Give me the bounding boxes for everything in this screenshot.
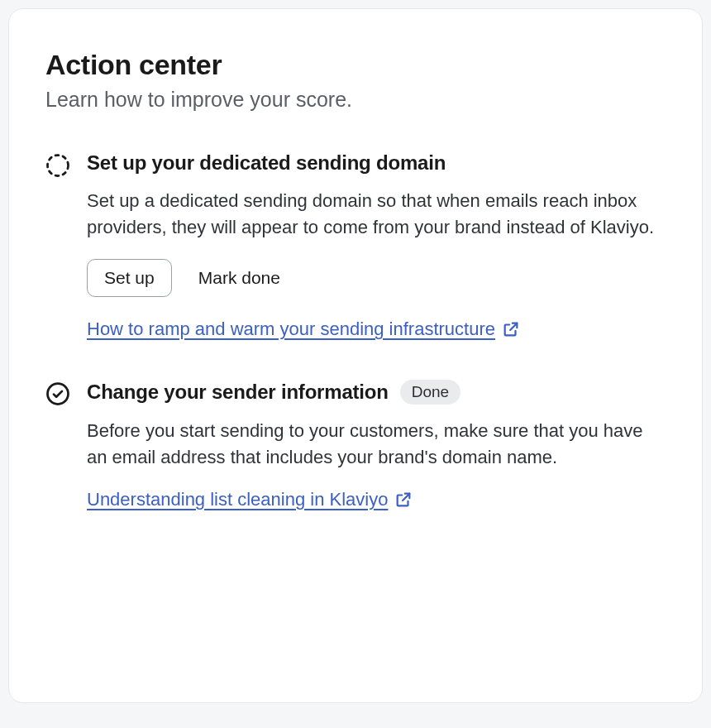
help-link-text: Understanding list cleaning in Klaviyo: [87, 489, 388, 510]
external-link-icon: [394, 491, 413, 509]
page-title: Action center: [45, 49, 666, 81]
help-link-ramp-warm[interactable]: How to ramp and warm your sending infras…: [87, 318, 520, 340]
set-up-button[interactable]: Set up: [87, 259, 172, 297]
mark-done-button[interactable]: Mark done: [195, 260, 284, 296]
page-subtitle: Learn how to improve your score.: [45, 88, 666, 112]
action-item: Set up your dedicated sending domain Set…: [45, 151, 666, 340]
action-item-body: Set up your dedicated sending domain Set…: [87, 151, 666, 340]
help-link-list-cleaning[interactable]: Understanding list cleaning in Klaviyo: [87, 489, 413, 510]
action-item-actions: Set up Mark done: [87, 259, 666, 297]
action-item-title: Change your sender information: [87, 381, 389, 404]
svg-point-0: [48, 156, 69, 176]
action-center-card: Action center Learn how to improve your …: [8, 8, 703, 703]
help-link-text: How to ramp and warm your sending infras…: [87, 318, 495, 340]
action-item-header: Set up your dedicated sending domain: [87, 151, 666, 175]
pending-icon: [45, 153, 70, 178]
action-item-description: Set up a dedicated sending domain so tha…: [87, 188, 666, 241]
action-item-description: Before you start sending to your custome…: [87, 418, 666, 471]
action-item-title: Set up your dedicated sending domain: [87, 151, 446, 175]
external-link-icon: [502, 320, 520, 338]
status-badge: Done: [400, 380, 460, 405]
action-item: Change your sender information Done Befo…: [45, 380, 666, 510]
action-item-body: Change your sender information Done Befo…: [87, 380, 666, 510]
done-icon: [45, 381, 70, 406]
action-item-header: Change your sender information Done: [87, 380, 666, 405]
